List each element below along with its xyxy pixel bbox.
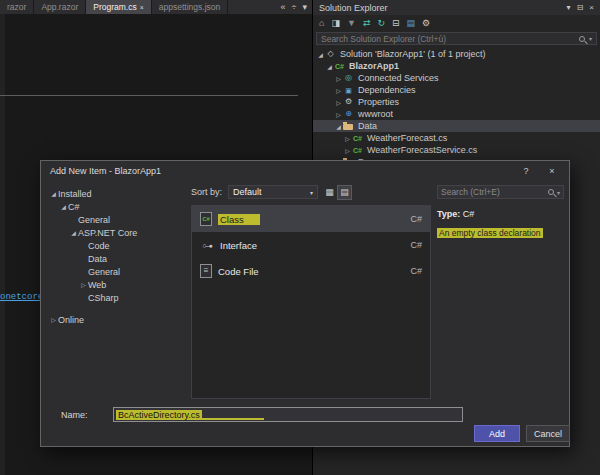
expander-icon[interactable]: ▷ xyxy=(334,99,343,106)
sync-with-active-document-icon[interactable]: ⇄ xyxy=(363,18,371,28)
expander-icon[interactable]: ▷ xyxy=(343,135,352,142)
type-label: Type: xyxy=(437,209,460,219)
tree-item-weatherforecast-cs[interactable]: ▷C#WeatherForecast.cs xyxy=(313,132,600,144)
tree-item-label: Properties xyxy=(358,97,399,107)
solution-explorer-titlebar[interactable]: Solution Explorer ▾⊟× xyxy=(313,0,600,15)
category-label: ASP.NET Core xyxy=(78,228,137,238)
dropdown-icon[interactable]: ▾ xyxy=(302,2,307,12)
tree-item-label: Dependencies xyxy=(358,85,416,95)
category-c[interactable]: ◢C# xyxy=(47,200,189,213)
close-icon[interactable]: × xyxy=(544,166,560,176)
tree-item-label: Solution 'BlazorApp1' (1 of 1 project) xyxy=(340,49,486,59)
expander-icon[interactable]: ▷ xyxy=(334,75,343,82)
template-language: C# xyxy=(410,266,422,276)
editor-tab-app-razor[interactable]: App.razor xyxy=(34,0,86,14)
category-installed[interactable]: ◢Installed xyxy=(47,187,189,200)
tab-label: Program.cs xyxy=(93,2,136,12)
csfile-icon: C# xyxy=(352,133,363,143)
close-icon[interactable]: × xyxy=(589,3,594,12)
expander-icon[interactable]: ◢ xyxy=(325,63,334,70)
category-general[interactable]: General xyxy=(47,213,189,226)
template-item-interface[interactable]: ○–●InterfaceC# xyxy=(192,232,430,258)
expander-icon[interactable]: ▷ xyxy=(343,147,352,154)
expander-icon[interactable]: ◢ xyxy=(49,190,58,197)
cancel-button[interactable]: Cancel xyxy=(526,425,570,442)
tree-item-label: BlazorApp1 xyxy=(349,61,399,71)
template-language: C# xyxy=(410,240,422,250)
switch-views-icon[interactable]: ◨ xyxy=(331,18,340,28)
solution-search-input[interactable]: Search Solution Explorer (Ctrl+ù) ▾ xyxy=(316,32,597,45)
highlight-underline xyxy=(202,418,264,420)
tree-item-label: Connected Services xyxy=(358,73,439,83)
tree-item-solution-blazorapp1-1-of-1-project[interactable]: ◢◇Solution 'BlazorApp1' (1 of 1 project) xyxy=(313,48,600,60)
expander-icon[interactable]: ▷ xyxy=(334,87,343,94)
category-label: Web xyxy=(88,280,106,290)
tab-bar-actions: «÷▾ xyxy=(276,0,313,14)
tree-item-dependencies[interactable]: ▷▣Dependencies xyxy=(313,84,600,96)
add-button[interactable]: Add xyxy=(474,425,520,442)
template-name: Interface xyxy=(220,240,257,251)
pending-changes-filter-icon[interactable]: ▼ xyxy=(347,18,356,28)
tree-item-weatherforecastservice-cs[interactable]: ▷C#WeatherForecastService.cs xyxy=(313,144,600,156)
category-label: Installed xyxy=(58,189,92,199)
help-icon[interactable]: ? xyxy=(518,166,534,176)
category-general[interactable]: General xyxy=(47,265,189,278)
properties-icon[interactable]: ⚙ xyxy=(422,18,430,28)
split-editor-icon[interactable]: ÷ xyxy=(292,2,297,12)
tab-label: appsettings.json xyxy=(159,2,220,12)
refresh-icon[interactable]: ↻ xyxy=(377,18,385,28)
csproj-icon: C# xyxy=(334,61,345,71)
expander-icon[interactable]: ◢ xyxy=(69,229,78,236)
editor-tab-razor[interactable]: razor xyxy=(0,0,34,14)
dialog-titlebar[interactable]: Add New Item - BlazorApp1 ? × xyxy=(41,161,569,181)
category-asp-net-core[interactable]: ◢ASP.NET Core xyxy=(47,226,189,239)
category-online[interactable]: ▷Online xyxy=(47,313,189,326)
tree-item-data[interactable]: ◢Data xyxy=(313,120,600,132)
tree-item-properties[interactable]: ▷⚙Properties xyxy=(313,96,600,108)
category-label: CSharp xyxy=(88,293,119,303)
expander-icon[interactable]: ◢ xyxy=(334,123,343,130)
tree-item-wwwroot[interactable]: ▷⊕wwwroot xyxy=(313,108,600,120)
tree-item-connected-services[interactable]: ▷◎Connected Services xyxy=(313,72,600,84)
csfile-icon: C# xyxy=(352,145,363,155)
name-input[interactable]: BcActiveDirectory.cs xyxy=(113,407,463,422)
expander-icon[interactable]: ▷ xyxy=(79,281,88,288)
close-icon[interactable]: × xyxy=(140,4,144,11)
template-item-class[interactable]: C#ClassC# xyxy=(192,206,430,232)
search-icon xyxy=(548,189,554,195)
interface-icon: ○–● xyxy=(200,238,214,253)
template-item-code-file[interactable]: ≡Code FileC# xyxy=(192,258,430,284)
editor-tabs: razorApp.razorProgram.cs×appsettings.jso… xyxy=(0,0,228,14)
grid-view-icon[interactable]: ▦ xyxy=(322,185,337,200)
show-all-files-icon[interactable]: ▤ xyxy=(407,18,416,28)
category-code[interactable]: Code xyxy=(47,239,189,252)
collapse-all-icon[interactable]: ⊟ xyxy=(392,18,400,28)
template-list: C#ClassC#○–●InterfaceC#≡Code FileC# xyxy=(191,205,431,399)
chevron-down-icon[interactable]: ▾ xyxy=(589,35,592,42)
chevron-down-icon[interactable]: ▾ xyxy=(567,3,571,12)
category-data[interactable]: Data xyxy=(47,252,189,265)
expander-icon[interactable]: ◢ xyxy=(59,203,68,210)
category-web[interactable]: ▷Web xyxy=(47,278,189,291)
properties-icon: ⚙ xyxy=(343,97,354,107)
expander-icon[interactable]: ◢ xyxy=(316,51,325,58)
tree-item-label: Data xyxy=(358,121,377,131)
list-view-icon[interactable]: ▤ xyxy=(337,185,352,200)
overflow-chevrons-icon[interactable]: « xyxy=(281,2,286,12)
editor-tab-appsettings-json[interactable]: appsettings.json xyxy=(152,0,228,14)
home-icon[interactable]: ⌂ xyxy=(319,18,324,28)
category-label: Data xyxy=(88,254,107,264)
solution-explorer-toolbar: ⌂◨▼⇄↻⊟▤⚙ xyxy=(313,15,600,31)
sort-by-label: Sort by: xyxy=(191,187,222,197)
sort-dropdown[interactable]: Default ▾ xyxy=(228,185,318,199)
category-label: General xyxy=(88,267,120,277)
panel-title: Solution Explorer xyxy=(319,3,388,13)
expander-icon[interactable]: ▷ xyxy=(334,111,343,118)
pin-icon[interactable]: ⊟ xyxy=(577,3,584,12)
expander-icon[interactable]: ▷ xyxy=(49,316,58,323)
add-new-item-dialog: Add New Item - BlazorApp1 ? × ◢Installed… xyxy=(40,160,570,447)
tree-item-blazorapp1[interactable]: ◢C#BlazorApp1 xyxy=(313,60,600,72)
editor-tab-program-cs[interactable]: Program.cs× xyxy=(86,0,152,14)
template-search-input[interactable]: Search (Ctrl+E) ▾ xyxy=(437,185,564,199)
category-csharp[interactable]: CSharp xyxy=(47,291,189,304)
